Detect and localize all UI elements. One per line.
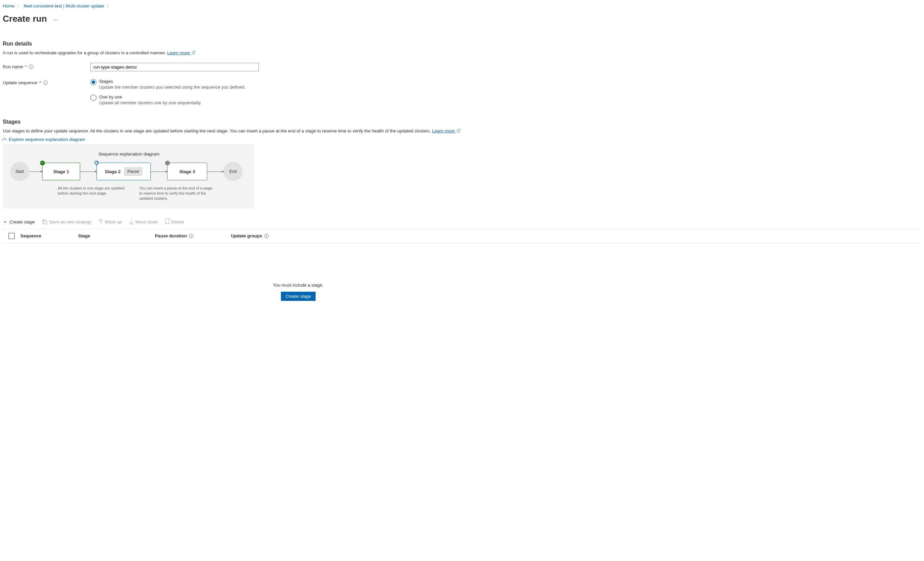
diagram-caption-2: You can insert a pause at the end of a s…: [139, 186, 214, 201]
arrow-icon: [29, 172, 42, 172]
diagram-stage-1: Stage 1: [42, 163, 80, 180]
arrow-icon: [151, 172, 167, 172]
info-icon[interactable]: i: [189, 233, 193, 238]
diagram-end-node: End: [224, 162, 243, 181]
save-as-strategy-button[interactable]: Save as new strategy: [42, 219, 91, 224]
chevron-right-icon: 〉: [17, 3, 21, 9]
arrow-down-icon: [129, 220, 134, 224]
sequence-diagram-panel: Sequence explanation diagram Start Stage…: [3, 144, 254, 208]
info-icon[interactable]: i: [43, 81, 48, 85]
info-icon[interactable]: i: [29, 64, 33, 69]
sync-icon: [94, 161, 99, 165]
check-icon: [40, 161, 45, 165]
stages-toolbar: ＋ Create stage Save as new strategy Move…: [3, 218, 921, 226]
explore-diagram-toggle[interactable]: Explore sequence explanation diagram: [3, 137, 85, 142]
info-icon[interactable]: i: [264, 233, 269, 238]
run-name-input[interactable]: [90, 63, 259, 71]
col-pause-duration[interactable]: Pause duration i: [155, 233, 231, 238]
table-header-row: Sequence Stage Pause duration i Update g…: [3, 229, 921, 243]
plus-icon: ＋: [3, 219, 8, 224]
create-stage-primary-button[interactable]: Create stage: [281, 292, 316, 301]
run-name-label: Run name * i: [3, 63, 90, 69]
dot-icon: [165, 161, 170, 165]
page-title: Create run: [3, 13, 47, 24]
col-sequence[interactable]: Sequence: [20, 233, 78, 238]
external-link-icon: [457, 129, 460, 133]
delete-button[interactable]: Delete: [165, 219, 184, 224]
learn-more-link[interactable]: Learn more: [167, 50, 195, 55]
select-all-checkbox[interactable]: [9, 233, 15, 239]
stages-table: Sequence Stage Pause duration i Update g…: [3, 229, 921, 244]
col-update-groups[interactable]: Update groups i: [231, 233, 269, 238]
radio-icon: [90, 95, 96, 101]
radio-icon: [90, 79, 96, 85]
diagram-pause-pill: Pause: [124, 167, 142, 176]
diagram-start-node: Start: [10, 162, 29, 181]
arrow-icon: [207, 172, 224, 172]
trash-icon: [165, 220, 169, 224]
save-strategy-icon: [42, 220, 47, 224]
radio-stages[interactable]: Stages Update the member clusters you se…: [90, 79, 246, 90]
col-stage[interactable]: Stage: [78, 233, 155, 238]
move-up-button[interactable]: Move up: [99, 219, 122, 224]
radio-one-by-one[interactable]: One by one Update all member clusters on…: [90, 94, 246, 105]
empty-state: [3, 260, 594, 266]
breadcrumb-parent[interactable]: fleet-consistent-test | Multi-cluster up…: [24, 3, 104, 9]
stages-heading: Stages: [3, 119, 921, 125]
arrow-up-icon: [99, 220, 103, 224]
move-down-button[interactable]: Move down: [129, 219, 158, 224]
breadcrumb: Home 〉 fleet-consistent-test | Multi-clu…: [3, 3, 921, 9]
diagram-stage-2: Stage 2 Pause: [96, 163, 151, 180]
run-details-heading: Run details: [3, 41, 921, 47]
more-actions-button[interactable]: ···: [52, 15, 60, 24]
update-sequence-label: Update sequence * i: [3, 79, 90, 85]
run-details-description: A run is used to orchestrate upgrades fo…: [3, 50, 921, 55]
chevron-up-icon: [2, 138, 7, 142]
diagram-stage-3: Stage 3: [167, 163, 207, 180]
external-link-icon: [192, 51, 195, 55]
diagram-title: Sequence explanation diagram: [99, 151, 247, 157]
learn-more-link[interactable]: Learn more: [432, 129, 460, 133]
stages-description: Use stages to define your update sequenc…: [3, 129, 921, 133]
breadcrumb-home[interactable]: Home: [3, 3, 15, 9]
diagram-caption-1: All the clusters in one stage are update…: [58, 186, 129, 201]
empty-state-message: You must include a stage.: [273, 283, 323, 288]
arrow-icon: [80, 172, 96, 172]
chevron-right-icon: 〉: [106, 3, 110, 9]
create-stage-button[interactable]: ＋ Create stage: [3, 219, 34, 224]
